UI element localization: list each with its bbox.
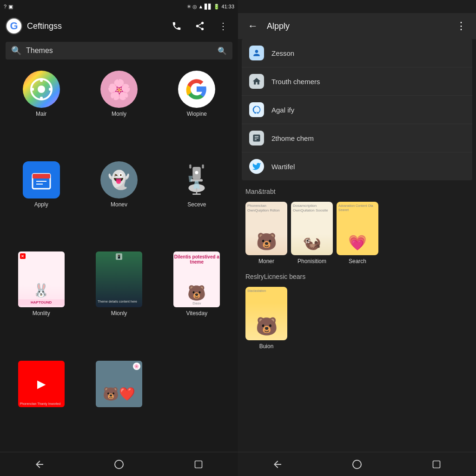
app-name-apply: Apply: [34, 201, 48, 208]
left-panel: ? ▣ ✳ ◎ ▲ ▋▋ 🔋 41:33 G Ceftingss ⋮ 🔍 🔍: [0, 0, 238, 476]
svg-rect-4: [30, 88, 34, 91]
svg-marker-15: [193, 180, 200, 189]
svg-rect-2: [40, 78, 43, 82]
app-name-mair: Mair: [36, 111, 46, 117]
left-home-btn[interactable]: [111, 456, 127, 473]
notification-icon: ?: [4, 4, 7, 9]
theme-item-search[interactable]: Advanation Content Ota Seanet 💗 Search: [337, 202, 378, 264]
app-grid: Mair 🌸 Monly Wiopine: [0, 62, 238, 452]
dropdown-icon-trouth: [249, 74, 264, 89]
theme-thumb-bottom2: 🌸 🐻❤️: [96, 361, 142, 407]
g-letter: G: [10, 20, 18, 32]
right-nav-bar: [238, 452, 476, 476]
left-recents-btn[interactable]: [190, 456, 207, 473]
app-item-seceve[interactable]: Seceve: [159, 158, 234, 245]
right-content: Zesson Trouth chemers Agal ify 2thome ch…: [238, 39, 476, 452]
location-icon: ◎: [192, 4, 197, 10]
section1-theme-grid: Phorenctan OwnQuiption Rdton 🐻 Moner Dos…: [238, 198, 476, 268]
left-back-btn[interactable]: [31, 456, 48, 473]
search-bar[interactable]: 🔍 🔍: [6, 42, 232, 60]
time-left: 41:33: [221, 4, 234, 9]
app-item-monev[interactable]: 👻 Monev: [81, 158, 156, 245]
svg-rect-14: [202, 164, 204, 168]
screenshot-icon: ▣: [8, 4, 13, 10]
dropdown-item-wartifel[interactable]: Wartifel: [242, 152, 472, 180]
theme-thumb-phonisition: Dosamcription OwnQuitaton Soosite 🦦: [291, 202, 333, 255]
dropdown-item-trouth[interactable]: Trouth chemers: [242, 67, 472, 96]
theme-thumb-vitesday: Dilentis potestived a tneme 🐻 Dasv: [173, 251, 220, 307]
left-status-bar: ? ▣ ✳ ◎ ▲ ▋▋ 🔋 41:33: [0, 0, 238, 13]
theme-thumb-monlity: ✕ 🐰 HAPTOUND: [18, 251, 65, 307]
dropdown-icon-agalify: [249, 102, 264, 117]
left-status-left: ? ▣: [4, 4, 13, 10]
theme-label-phonisition: Phonisitiom: [298, 258, 326, 264]
theme-label-buion: Buion: [259, 343, 274, 350]
dropdown-icon-wartifel: [249, 159, 264, 174]
app-icon-apply: [23, 161, 60, 198]
left-status-right: ✳ ◎ ▲ ▋▋ 🔋 41:33: [187, 4, 234, 10]
theme-name-monlity: Monlity: [33, 310, 50, 317]
app-name-monly: Monly: [112, 111, 126, 117]
svg-rect-7: [33, 174, 50, 178]
app-icon-seceve: [178, 161, 215, 198]
theme-name-mionly: Mionly: [111, 310, 127, 317]
right-home-btn[interactable]: [349, 456, 365, 473]
search-icon: 🔍: [11, 46, 21, 56]
theme-item-buion[interactable]: Staclastation 🐻 Buion: [245, 287, 287, 350]
left-app-bar-title: Ceftingss: [27, 21, 163, 31]
right-recents-btn[interactable]: [428, 456, 445, 473]
app-item-apply[interactable]: Apply: [4, 158, 79, 245]
dropdown-item-agalify[interactable]: Agal ify: [242, 96, 472, 124]
dropdown-text-2thome: 2thome chem: [271, 134, 465, 142]
app-item-wiopine[interactable]: Wiopine: [159, 67, 234, 155]
theme-card-bottom2[interactable]: 🌸 🐻❤️: [81, 357, 156, 447]
theme-item-phonisition[interactable]: Dosamcription OwnQuitaton Soosite 🦦 Phon…: [291, 202, 333, 264]
app-icon-mair: [23, 71, 60, 108]
dropdown-text-agalify: Agal ify: [271, 106, 465, 114]
svg-point-17: [195, 171, 198, 174]
battery-icon: 🔋: [213, 4, 220, 10]
theme-name-vitesday: Vitesday: [186, 310, 207, 317]
right-panel: ▣ ✳ ◎ ▲ ▋▋ 🔋 46:49 ← Alpply ⋮ Zesson: [238, 0, 476, 476]
signal-icon: ▋▋: [205, 4, 212, 10]
dropdown-list: Zesson Trouth chemers Agal ify 2thome ch…: [242, 39, 472, 180]
dropdown-text-wartifel: Wartifel: [271, 163, 465, 171]
phone-icon[interactable]: [167, 17, 186, 35]
dropdown-text-trouth: Trouth chemers: [271, 78, 465, 86]
right-app-bar: ← Alpply ⋮: [238, 13, 476, 39]
section2-header: ReslryLicnesic bears: [238, 268, 476, 283]
theme-label-search: Search: [349, 258, 366, 264]
theme-thumb-search: Advanation Content Ota Seanet 💗: [337, 202, 378, 255]
svg-rect-21: [195, 461, 202, 468]
bluetooth-icon: ✳: [187, 4, 191, 10]
svg-rect-3: [40, 97, 43, 100]
theme-thumb-bottom1: ▶ Phorenctan Thanty Inworled: [18, 361, 65, 407]
dropdown-item-zesson[interactable]: Zesson: [242, 39, 472, 67]
app-name-monev: Monev: [111, 201, 127, 208]
theme-card-monlity[interactable]: ✕ 🐰 HAPTOUND Monlity: [4, 248, 79, 354]
svg-rect-5: [49, 88, 53, 91]
more-icon-left[interactable]: ⋮: [214, 17, 232, 35]
app-item-monly[interactable]: 🌸 Monly: [81, 67, 156, 155]
search-input[interactable]: [26, 46, 213, 55]
right-app-bar-title: Alpply: [267, 21, 447, 31]
theme-card-bottom1[interactable]: ▶ Phorenctan Thanty Inworled: [4, 357, 79, 447]
right-back-btn[interactable]: [269, 456, 286, 473]
dropdown-item-2thome[interactable]: 2thome chem: [242, 124, 472, 152]
left-app-bar: G Ceftingss ⋮: [0, 13, 238, 39]
more-icon-right[interactable]: ⋮: [452, 17, 470, 35]
theme-label-moner: Moner: [258, 258, 274, 264]
google-logo[interactable]: G: [6, 18, 22, 34]
share-icon[interactable]: [191, 17, 209, 35]
app-icon-monev: 👻: [100, 161, 138, 198]
theme-card-mionly[interactable]: 📱 Theme details content here Mionly: [81, 248, 156, 354]
svg-point-22: [353, 460, 361, 469]
left-content: Mair 🌸 Monly Wiopine: [0, 62, 238, 452]
back-button[interactable]: ←: [244, 17, 262, 35]
app-name-wiopine: Wiopine: [187, 111, 207, 117]
theme-item-moner[interactable]: Phorenctan OwnQuiption Rdton 🐻 Moner: [245, 202, 287, 264]
left-nav-bar: [0, 452, 238, 476]
app-name-seceve: Seceve: [187, 201, 206, 208]
app-item-mair[interactable]: Mair: [4, 67, 79, 155]
theme-card-vitesday[interactable]: Dilentis potestived a tneme 🐻 Dasv Vites…: [159, 248, 234, 354]
